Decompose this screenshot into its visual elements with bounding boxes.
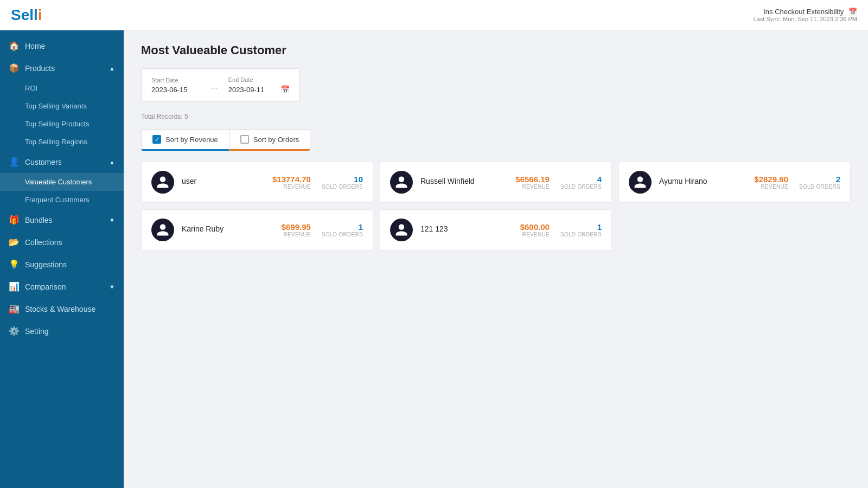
revenue-label: REVENUE bbox=[272, 184, 311, 190]
date-filter-box: Start Date ... End Date 📅 bbox=[141, 68, 300, 102]
chevron-up-icon: ▲ bbox=[109, 65, 115, 72]
revenue-value: $13774.70 bbox=[272, 175, 311, 184]
orders-stat: 1 SOLD ORDERS bbox=[322, 222, 363, 237]
sidebar-item-bundles[interactable]: 🎁 Bundles ▼ bbox=[0, 209, 124, 231]
customers-row-2: Karine Ruby $699.95 REVENUE 1 SOLD ORDER… bbox=[141, 209, 851, 251]
start-date-input[interactable] bbox=[151, 86, 200, 94]
sidebar-item-setting[interactable]: ⚙️ Setting bbox=[0, 320, 124, 342]
sort-orders-label: Sort by Orders bbox=[253, 136, 299, 144]
sidebar-item-top-selling-products[interactable]: Top Selling Products bbox=[0, 115, 124, 133]
customer-card: user $13774.70 REVENUE 10 SOLD ORDERS bbox=[141, 162, 373, 203]
sidebar: 🏠 Home 📦 Products ▲ ROI Top Selling Vari… bbox=[0, 30, 124, 488]
sidebar-item-label: Suggestions bbox=[25, 260, 115, 269]
revenue-stat: $6566.19 REVENUE bbox=[515, 175, 550, 190]
sidebar-item-suggestions[interactable]: 💡 Suggestions bbox=[0, 253, 124, 275]
suggestions-icon: 💡 bbox=[9, 259, 20, 269]
orders-stat: 2 SOLD ORDERS bbox=[799, 175, 840, 190]
customer-card: Karine Ruby $699.95 REVENUE 1 SOLD ORDER… bbox=[141, 209, 373, 251]
stocks-icon: 🏭 bbox=[9, 304, 20, 314]
calendar-icon[interactable]: 📅 bbox=[280, 85, 290, 94]
sidebar-item-roi[interactable]: ROI bbox=[0, 79, 124, 97]
sidebar-item-customers[interactable]: 👤 Customers ▲ bbox=[0, 151, 124, 173]
bundles-icon: 🎁 bbox=[9, 215, 20, 225]
sort-tabs: ✓ Sort by Revenue Sort by Orders bbox=[141, 129, 851, 151]
revenue-value: $699.95 bbox=[282, 222, 311, 232]
revenue-label: REVENUE bbox=[754, 184, 788, 190]
revenue-stat: $600.00 REVENUE bbox=[520, 222, 550, 237]
orders-stat: 1 SOLD ORDERS bbox=[560, 222, 602, 237]
collections-icon: 📂 bbox=[9, 237, 20, 247]
chevron-down-icon: ▼ bbox=[109, 284, 115, 290]
header: Selli Ins Checkout Extensibility 📅 Last … bbox=[0, 0, 868, 30]
customer-name: user bbox=[182, 177, 265, 185]
sidebar-item-label: Products bbox=[25, 64, 104, 73]
customer-stats: $2829.80 REVENUE 2 SOLD ORDERS bbox=[754, 175, 840, 190]
sync-text: Last Sync: Mon, Sep 11, 2023 2:36 PM bbox=[754, 16, 857, 22]
sidebar-item-top-selling-variants[interactable]: Top Selling Variants bbox=[0, 97, 124, 115]
logo: Selli bbox=[11, 7, 42, 24]
user-icon bbox=[156, 223, 170, 237]
sidebar-item-home[interactable]: 🏠 Home bbox=[0, 35, 124, 57]
revenue-label: REVENUE bbox=[515, 184, 550, 190]
customer-stats: $6566.19 REVENUE 4 SOLD ORDERS bbox=[515, 175, 602, 190]
customer-name: Karine Ruby bbox=[182, 224, 274, 233]
customer-stats: $13774.70 REVENUE 10 SOLD ORDERS bbox=[272, 175, 363, 190]
avatar bbox=[629, 171, 652, 194]
customer-info: Russell Winfield bbox=[420, 177, 508, 188]
chevron-down-icon: ▼ bbox=[109, 217, 115, 223]
customer-info: 121 123 bbox=[420, 224, 513, 235]
sidebar-item-top-selling-regions[interactable]: Top Selling Regions bbox=[0, 133, 124, 151]
sidebar-item-stocks-warehouse[interactable]: 🏭 Stocks & Warehouse bbox=[0, 298, 124, 320]
orders-label: SOLD ORDERS bbox=[322, 184, 363, 190]
customers-icon: 👤 bbox=[9, 157, 20, 167]
main-content: Most Valueable Customer Start Date ... E… bbox=[124, 30, 868, 488]
revenue-value: $6566.19 bbox=[515, 175, 550, 184]
customer-name: Russell Winfield bbox=[420, 177, 508, 185]
avatar bbox=[151, 219, 174, 241]
revenue-stat: $13774.70 REVENUE bbox=[272, 175, 311, 190]
orders-value: 10 bbox=[322, 175, 363, 184]
customer-card: Russell Winfield $6566.19 REVENUE 4 SOLD… bbox=[380, 162, 612, 203]
orders-value: 2 bbox=[799, 175, 840, 184]
sidebar-item-label: Comparison bbox=[25, 282, 104, 291]
page-title: Most Valueable Customer bbox=[141, 43, 851, 57]
start-date-group: Start Date bbox=[151, 77, 200, 94]
sidebar-item-frequent-customers[interactable]: Frequent Customers bbox=[0, 191, 124, 209]
sidebar-item-collections[interactable]: 📂 Collections bbox=[0, 231, 124, 253]
start-date-label: Start Date bbox=[151, 77, 200, 84]
logo-accent: i bbox=[38, 7, 42, 23]
customer-stats: $600.00 REVENUE 1 SOLD ORDERS bbox=[520, 222, 602, 237]
user-icon bbox=[156, 175, 170, 189]
logo-text: Sell bbox=[11, 7, 38, 23]
customer-info: user bbox=[182, 177, 265, 188]
sort-by-revenue-tab[interactable]: ✓ Sort by Revenue bbox=[141, 129, 229, 151]
products-icon: 📦 bbox=[9, 63, 20, 73]
orders-checkbox bbox=[240, 135, 249, 144]
customers-row-1: user $13774.70 REVENUE 10 SOLD ORDERS bbox=[141, 162, 851, 203]
home-icon: 🏠 bbox=[9, 41, 20, 51]
revenue-value: $2829.80 bbox=[754, 175, 788, 184]
sidebar-item-products[interactable]: 📦 Products ▲ bbox=[0, 57, 124, 79]
revenue-checkbox: ✓ bbox=[152, 135, 161, 144]
user-icon bbox=[394, 175, 409, 189]
sidebar-item-label: Home bbox=[25, 42, 115, 50]
sidebar-item-valuable-customers[interactable]: Valueable Customers bbox=[0, 173, 124, 191]
orders-label: SOLD ORDERS bbox=[799, 184, 840, 190]
revenue-stat: $699.95 REVENUE bbox=[282, 222, 311, 237]
revenue-stat: $2829.80 REVENUE bbox=[754, 175, 788, 190]
sidebar-item-label: Collections bbox=[25, 238, 115, 247]
end-date-input[interactable] bbox=[228, 86, 277, 94]
orders-label: SOLD ORDERS bbox=[322, 232, 363, 237]
orders-stat: 10 SOLD ORDERS bbox=[322, 175, 363, 190]
user-icon bbox=[633, 175, 647, 189]
orders-label: SOLD ORDERS bbox=[560, 232, 602, 237]
header-right: Ins Checkout Extensibility 📅 Last Sync: … bbox=[754, 8, 857, 22]
avatar bbox=[151, 171, 174, 194]
sidebar-item-label: Customers bbox=[25, 158, 104, 166]
sort-by-orders-tab[interactable]: Sort by Orders bbox=[229, 129, 311, 151]
sidebar-item-comparison[interactable]: 📊 Comparison ▼ bbox=[0, 275, 124, 298]
orders-value: 4 bbox=[560, 175, 602, 184]
end-date-label: End Date bbox=[228, 76, 290, 83]
customer-name: 121 123 bbox=[420, 224, 513, 233]
layout: 🏠 Home 📦 Products ▲ ROI Top Selling Vari… bbox=[0, 30, 868, 488]
